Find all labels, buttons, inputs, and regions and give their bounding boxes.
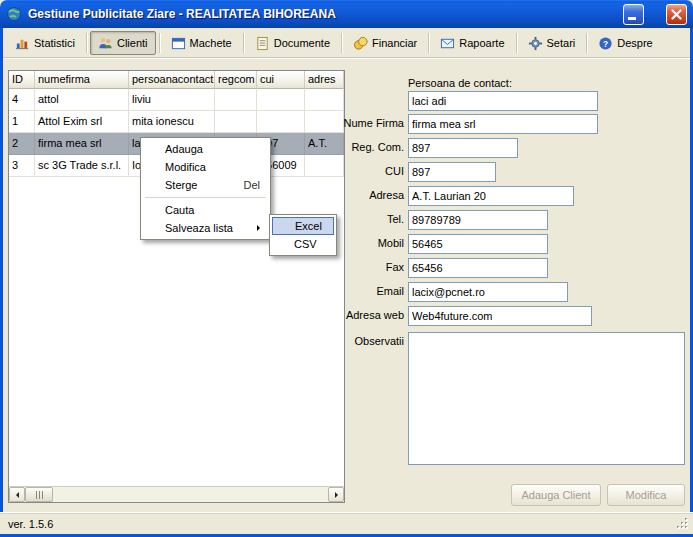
modifica-button[interactable]: Modifica <box>607 484 685 506</box>
document-icon <box>255 36 270 51</box>
statusbar: ver. 1.5.6 <box>0 512 693 534</box>
cell-numefirma: Attol Exim srl <box>35 111 129 133</box>
resize-grip[interactable] <box>676 517 689 530</box>
menu-item-label: Modifica <box>165 161 206 173</box>
scroll-right-icon <box>335 492 338 498</box>
clients-icon <box>98 36 113 51</box>
toolbar-separator <box>243 33 244 53</box>
menu-item-label: CSV <box>294 238 317 250</box>
contact-input[interactable] <box>408 91 598 111</box>
cell-regcom <box>215 111 257 133</box>
email-label: Email <box>318 285 404 297</box>
cell-cui <box>257 89 305 111</box>
coins-icon <box>353 36 368 51</box>
tab-label: Financiar <box>372 37 417 49</box>
window-title: Gestiune Publicitate Ziare - REALITATEA … <box>28 7 623 21</box>
nume-firma-label: Nume Firma <box>318 117 404 129</box>
table-row[interactable]: 1 Attol Exim srl mita ionescu <box>9 111 344 133</box>
tab-setari[interactable]: Setari <box>520 31 584 55</box>
toolbar-separator <box>428 33 429 53</box>
adresa-label: Adresa <box>318 189 404 201</box>
titlebar[interactable]: Gestiune Publicitate Ziare - REALITATEA … <box>0 0 693 28</box>
cell-persoanacontact: mita ionescu <box>129 111 215 133</box>
tab-machete[interactable]: Machete <box>163 31 240 55</box>
fax-input[interactable] <box>408 258 548 278</box>
tab-rapoarte[interactable]: Rapoarte <box>432 31 512 55</box>
column-header-persoanacontact[interactable]: persoanacontact <box>129 71 215 89</box>
toolbar-separator <box>341 33 342 53</box>
tab-label: Machete <box>190 37 232 49</box>
table-header: ID numefirma persoanacontact regcom cui … <box>9 71 344 89</box>
toolbar: Statistici Clienti Machete <box>3 29 690 58</box>
svg-text:?: ? <box>603 38 608 48</box>
toolbar-separator <box>86 33 87 53</box>
scrollbar-track[interactable] <box>53 487 328 502</box>
layout-icon <box>171 36 186 51</box>
tab-clienti[interactable]: Clienti <box>90 31 156 55</box>
tab-label: Clienti <box>117 37 148 49</box>
menu-separator <box>145 197 266 198</box>
cell-numefirma: sc 3G Trade s.r.l. <box>35 155 129 177</box>
tab-statistici[interactable]: Statistici <box>7 31 83 55</box>
scrollbar-thumb[interactable] <box>25 487 53 502</box>
cell-id: 2 <box>9 133 35 155</box>
cell-regcom <box>215 89 257 111</box>
cell-adresa <box>305 89 344 111</box>
context-menu: Adauga Modifica Sterge Del Cauta Salveaz… <box>140 137 271 240</box>
scroll-left-button[interactable] <box>9 487 25 502</box>
tab-label: Statistici <box>34 37 75 49</box>
cell-numefirma: attol <box>35 89 129 111</box>
adresa-web-input[interactable] <box>408 306 592 326</box>
app-icon[interactable] <box>6 5 24 23</box>
mobil-input[interactable] <box>408 234 548 254</box>
reg-com-input[interactable] <box>408 138 518 158</box>
menu-item-cauta[interactable]: Cauta <box>143 201 268 219</box>
tel-input[interactable] <box>408 210 548 230</box>
nume-firma-input[interactable] <box>408 114 598 134</box>
observatii-textarea[interactable] <box>408 332 685 465</box>
horizontal-scrollbar <box>9 486 344 502</box>
menu-item-modifica[interactable]: Modifica <box>143 158 268 176</box>
tab-label: Rapoarte <box>459 37 504 49</box>
toolbar-separator <box>516 33 517 53</box>
scroll-right-button[interactable] <box>328 487 344 502</box>
table-row[interactable]: 4 attol liviu <box>9 89 344 111</box>
chart-icon <box>15 36 30 51</box>
tab-financiar[interactable]: Financiar <box>345 31 425 55</box>
column-header-regcom[interactable]: regcom <box>215 71 257 89</box>
adresa-web-label: Adresa web <box>318 309 404 321</box>
close-button[interactable] <box>666 4 687 25</box>
cui-label: CUI <box>318 165 404 177</box>
reg-com-label: Reg. Com. <box>318 141 404 153</box>
cell-persoanacontact: liviu <box>129 89 215 111</box>
toolbar-separator <box>159 33 160 53</box>
cell-cui <box>257 111 305 133</box>
close-icon <box>667 5 686 24</box>
menu-item-label: Cauta <box>165 204 194 216</box>
adresa-input[interactable] <box>408 186 574 206</box>
minimize-button[interactable] <box>623 4 644 25</box>
menu-item-label: Sterge <box>165 179 197 191</box>
column-header-id[interactable]: ID <box>9 71 35 89</box>
adauga-client-button[interactable]: Adauga Client <box>511 484 601 506</box>
menu-item-label: Adauga <box>165 143 203 155</box>
column-header-adresa[interactable]: adres <box>305 71 344 89</box>
tab-documente[interactable]: Documente <box>247 31 338 55</box>
email-input[interactable] <box>408 282 568 302</box>
menu-shortcut: Del <box>243 179 260 191</box>
menu-item-adauga[interactable]: Adauga <box>143 140 268 158</box>
toolbar-separator <box>586 33 587 53</box>
tab-despre[interactable]: ? Despre <box>590 31 660 55</box>
column-header-numefirma[interactable]: numefirma <box>35 71 129 89</box>
menu-item-sterge[interactable]: Sterge Del <box>143 176 268 194</box>
menu-item-salveaza-lista[interactable]: Salveaza lista <box>143 219 268 237</box>
tab-label: Documente <box>274 37 330 49</box>
app-window: Gestiune Publicitate Ziare - REALITATEA … <box>0 0 693 537</box>
column-header-cui[interactable]: cui <box>257 71 305 89</box>
menu-item-csv[interactable]: CSV <box>272 235 334 253</box>
cell-id: 1 <box>9 111 35 133</box>
menu-item-excel[interactable]: Excel <box>272 217 334 235</box>
contact-label: Persoana de contact: <box>408 77 512 89</box>
cui-input[interactable] <box>408 162 496 182</box>
envelope-icon <box>440 36 455 51</box>
